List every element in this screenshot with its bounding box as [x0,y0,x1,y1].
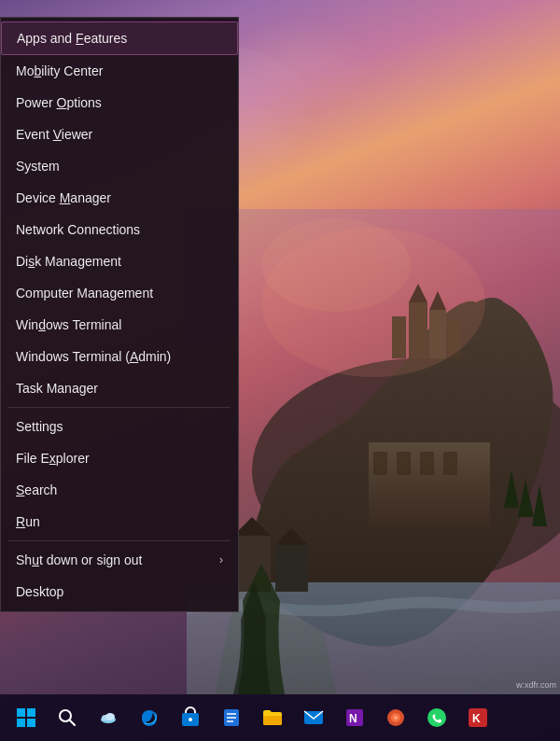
menu-item-label: Computer Management [16,286,153,301]
taskbar-search-button[interactable] [49,699,86,736]
menu-item-label: Device Manager [16,190,111,205]
menu-item-label: Task Manager [16,381,98,396]
menu-item-label: File Explorer [16,451,90,466]
svg-rect-12 [443,452,457,475]
edge-icon [138,706,161,729]
menu-item-label: System [16,159,60,174]
taskbar-whatsapp-button[interactable] [418,699,455,736]
taskbar-store-button[interactable] [172,699,209,736]
menu-item-device-manager[interactable]: Device Manager [1,182,238,214]
cloud-icon [97,706,119,729]
svg-rect-9 [373,452,387,475]
menu-item-label: Network Connections [16,222,140,237]
menu-item-task-manager[interactable]: Task Manager [1,372,238,404]
menu-item-power-options[interactable]: Power Options [1,87,238,119]
menu-item-settings[interactable]: Settings [1,411,238,442]
svg-point-40 [394,716,398,720]
menu-item-label: Disk Management [16,254,121,269]
mail-icon [302,706,325,729]
menu-item-label: Windows Terminal (Admin) [16,349,171,364]
menu-item-file-explorer[interactable]: File Explorer [1,442,238,474]
svg-rect-23 [27,719,35,727]
store-icon [179,706,202,729]
folder-icon [261,706,284,729]
office-icon [385,706,407,729]
taskbar-explorer-button[interactable] [254,699,291,736]
menu-item-label: Windows Terminal [16,317,121,332]
menu-item-label: Search [16,482,57,497]
menu-item-windows-terminal[interactable]: Windows Terminal [1,309,238,341]
taskbar-mail-button[interactable] [295,699,332,736]
menu-item-network-connections[interactable]: Network Connections [1,214,238,245]
svg-point-19 [261,218,411,312]
menu-item-label: Run [16,514,40,529]
menu-item-label: Settings [16,419,63,434]
svg-point-41 [427,708,446,727]
menu-item-windows-terminal-admin[interactable]: Windows Terminal (Admin) [1,341,238,372]
todo-icon [220,706,243,729]
svg-rect-22 [17,719,25,727]
menu-item-label: Mobility Center [16,63,103,78]
svg-rect-21 [27,708,35,717]
svg-text:N: N [349,712,357,725]
taskbar-edge-button[interactable] [131,699,168,736]
start-button[interactable] [7,699,45,736]
menu-item-label: Power Options [16,95,102,110]
foreground-vegetation [233,508,289,694]
svg-rect-11 [420,452,434,475]
watermark: w:xdfr.com [516,680,556,690]
menu-item-desktop[interactable]: Desktop [1,576,238,608]
taskbar-weather-button[interactable] [90,699,127,736]
svg-rect-20 [17,708,25,717]
menu-item-computer-management[interactable]: Computer Management [1,277,238,309]
onenote-icon: N [343,706,366,729]
sky-cloud-2 [224,19,373,112]
whatsapp-icon [426,706,448,729]
menu-separator-1 [8,407,231,408]
menu-item-apps-features[interactable]: Apps and Features [1,21,238,55]
search-icon [56,706,78,729]
svg-rect-10 [397,452,411,475]
taskbar-onenote-button[interactable]: N [336,699,373,736]
svg-point-28 [105,713,115,720]
menu-item-run[interactable]: Run [1,506,238,538]
taskbar-extra-button[interactable]: K [459,699,497,736]
svg-line-25 [70,720,76,726]
context-menu: Apps and Features Mobility Center Power … [0,17,239,612]
svg-point-30 [189,718,192,721]
menu-item-system[interactable]: System [1,150,238,182]
submenu-chevron-icon: › [219,553,223,566]
menu-item-label: Desktop [16,584,63,599]
taskbar: N K [0,694,560,741]
extra-app-icon: K [467,706,489,729]
menu-item-label: Shut down or sign out [16,552,142,567]
menu-item-label: Event Viewer [16,127,92,142]
menu-item-label: Apps and Features [17,31,127,46]
menu-item-mobility-center[interactable]: Mobility Center [1,55,238,87]
menu-item-disk-management[interactable]: Disk Management [1,245,238,277]
menu-separator-2 [8,540,231,541]
svg-text:K: K [472,712,481,725]
taskbar-todo-button[interactable] [213,699,250,736]
taskbar-office-button[interactable] [377,699,414,736]
menu-item-shut-down[interactable]: Shut down or sign out › [1,544,238,576]
menu-item-search[interactable]: Search [1,474,238,506]
menu-item-event-viewer[interactable]: Event Viewer [1,119,238,150]
windows-logo-icon [15,706,37,729]
